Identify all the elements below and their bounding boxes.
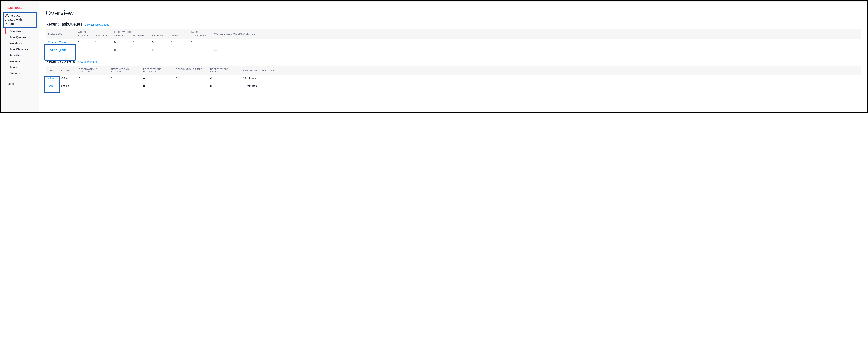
th-accepted: ACCEPTED xyxy=(130,34,150,39)
th-eligible: ELIGIBLE xyxy=(76,34,93,39)
taskqueue-link[interactable]: English Queue xyxy=(48,49,66,52)
back-button[interactable]: ‹Back xyxy=(1,77,39,88)
table-row: Bob Offline 0 0 0 0 0 13 minutes xyxy=(46,83,861,90)
cell-accepted: 0 xyxy=(130,39,150,47)
th-created: CREATED xyxy=(112,34,130,39)
cell-accepted: 0 xyxy=(130,47,150,54)
th-time-activity: TIME IN CURRENT ACTIVITY xyxy=(241,66,861,75)
workers-table: NAME ACTIVITY RESERVATIONS CREATED RESER… xyxy=(46,66,861,90)
cell-rejected: 0 xyxy=(141,75,174,83)
th-workers-group: WORKERS xyxy=(76,29,112,34)
sidebar-nav: Overview Task Queues Workflows Task Chan… xyxy=(1,28,39,77)
cell-activity: Offline xyxy=(59,75,76,83)
cell-canceled: 0 xyxy=(208,83,241,90)
sidebar-item-workflows[interactable]: Workflows xyxy=(5,40,39,47)
cell-created: 0 xyxy=(112,39,130,47)
cell-accepted: 0 xyxy=(108,83,141,90)
th-taskqueue: TASKQUEUE xyxy=(46,29,76,39)
th-res-created: RESERVATIONS CREATED xyxy=(76,66,108,75)
th-activity: ACTIVITY xyxy=(59,66,76,75)
th-tasks-group: TASKS xyxy=(189,29,212,34)
layout: TaskRouter Workspace created with Pulumi… xyxy=(1,2,867,112)
cell-eligible: 0 xyxy=(76,47,93,54)
taskqueues-table: TASKQUEUE WORKERS RESERVATIONS TASKS AVE… xyxy=(46,29,861,54)
th-res-rejected: RESERVATIONS REJECTED xyxy=(141,66,174,75)
table-row: English Queue 0 0 0 0 0 0 0 — xyxy=(46,47,861,54)
cell-created: 0 xyxy=(76,75,108,83)
cell-avg: — xyxy=(212,47,861,54)
th-res-timed-out: RESERVATIONS TIMED OUT xyxy=(174,66,208,75)
workers-header: Recent Workers View all Workers xyxy=(46,59,861,64)
cell-canceled: 0 xyxy=(208,75,241,83)
taskqueues-table-wrap: TASKQUEUE WORKERS RESERVATIONS TASKS AVE… xyxy=(46,29,861,54)
th-res-canceled: RESERVATIONS CANCELED xyxy=(208,66,241,75)
th-avg-time: AVERAGE TASK ACCEPTANCE TIME xyxy=(212,29,861,39)
cell-rejected: 0 xyxy=(150,39,168,47)
th-rejected: REJECTED xyxy=(150,34,168,39)
sidebar-item-task-channels[interactable]: Task Channels xyxy=(5,47,39,53)
th-name: NAME xyxy=(46,66,59,75)
back-label: Back xyxy=(8,82,14,86)
worker-link[interactable]: Alice xyxy=(48,77,54,80)
th-available: AVAILABLE xyxy=(93,34,112,39)
cell-eligible: 0 xyxy=(76,39,93,47)
cell-accepted: 0 xyxy=(108,75,141,83)
th-reservations-group: RESERVATIONS xyxy=(112,29,189,34)
table-row: Spanish Queue 0 0 0 0 0 0 0 — xyxy=(46,39,861,47)
cell-timed-out: 0 xyxy=(174,83,208,90)
workspace-line2: created with xyxy=(5,18,22,21)
cell-completed: 0 xyxy=(189,39,212,47)
sidebar-item-settings[interactable]: Settings xyxy=(5,70,39,77)
workers-table-wrap: NAME ACTIVITY RESERVATIONS CREATED RESER… xyxy=(46,66,861,90)
th-completed: COMPLETED xyxy=(189,34,212,39)
view-all-taskqueues-link[interactable]: View all TaskQueues xyxy=(85,23,109,26)
cell-available: 0 xyxy=(93,47,112,54)
cell-created: 0 xyxy=(112,47,130,54)
th-res-accepted: RESERVATIONS ACCEPTED xyxy=(108,66,141,75)
chevron-left-icon: ‹ xyxy=(6,82,7,86)
cell-timed-out: 0 xyxy=(174,75,208,83)
sidebar-item-overview[interactable]: Overview xyxy=(5,28,39,34)
sidebar-item-activities[interactable]: Activities xyxy=(5,53,39,58)
cell-activity: Offline xyxy=(59,83,76,90)
cell-time: 13 minutes xyxy=(241,83,861,90)
table-row: Alice Offline 0 0 0 0 0 13 minutes xyxy=(46,75,861,83)
worker-link[interactable]: Bob xyxy=(48,85,53,88)
th-timed-out: TIMED OUT xyxy=(168,34,189,39)
workspace-selector-highlight: Workspace created with Pulumi xyxy=(3,12,37,28)
page-title: Overview xyxy=(46,9,861,17)
cell-timed-out: 0 xyxy=(168,47,189,54)
main-content: Overview Recent TaskQueues View all Task… xyxy=(39,2,867,112)
workspace-line1: Workspace xyxy=(5,14,21,17)
cell-time: 13 minutes xyxy=(241,75,861,83)
sidebar-item-tasks[interactable]: Tasks xyxy=(5,64,39,70)
cell-avg: — xyxy=(212,39,861,47)
cell-timed-out: 0 xyxy=(168,39,189,47)
cell-completed: 0 xyxy=(189,47,212,54)
sidebar: TaskRouter Workspace created with Pulumi… xyxy=(1,2,39,112)
cell-available: 0 xyxy=(93,39,112,47)
cell-created: 0 xyxy=(76,83,108,90)
cell-rejected: 0 xyxy=(150,47,168,54)
workspace-name[interactable]: Workspace created with Pulumi xyxy=(5,13,35,26)
view-all-workers-link[interactable]: View all Workers xyxy=(77,60,97,63)
taskqueues-title: Recent TaskQueues xyxy=(46,22,82,27)
workspace-line3: Pulumi xyxy=(5,22,14,26)
window-top-strip xyxy=(1,1,867,2)
workers-title: Recent Workers xyxy=(46,59,75,64)
sidebar-item-workers[interactable]: Workers xyxy=(5,58,39,64)
taskqueue-link[interactable]: Spanish Queue xyxy=(48,41,67,44)
brand-title[interactable]: TaskRouter xyxy=(1,6,39,12)
sidebar-item-task-queues[interactable]: Task Queues xyxy=(5,34,39,40)
taskqueues-header: Recent TaskQueues View all TaskQueues xyxy=(46,22,861,27)
cell-rejected: 0 xyxy=(141,83,174,90)
